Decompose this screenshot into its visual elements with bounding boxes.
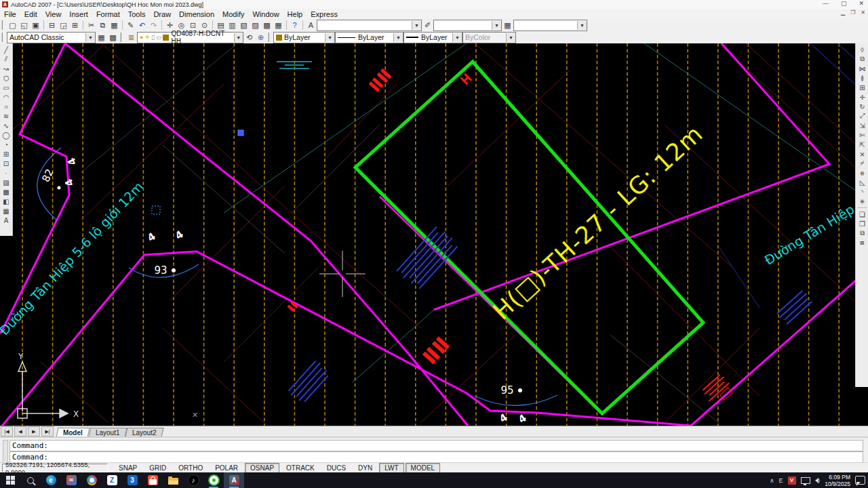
draw-tool-icon[interactable]: ⫽ — [1, 54, 12, 64]
layer-previous-icon[interactable]: ⟲ — [243, 32, 255, 43]
toolbar-icon[interactable]: ▦ — [273, 20, 284, 30]
chevron-down-icon[interactable]: ▼ — [412, 21, 421, 30]
toolbar-icon[interactable]: ↷ — [148, 20, 159, 30]
taskbar-calendar-icon[interactable]: 3 — [122, 472, 142, 488]
chevron-down-icon[interactable]: ▼ — [492, 21, 501, 30]
toolbar-icon[interactable]: ⊟ — [46, 20, 58, 30]
taskbar-tiktok-icon[interactable]: ♪ — [183, 472, 203, 488]
draw-tool-icon[interactable]: ╱ — [1, 45, 12, 54]
modify-tool-icon[interactable]: ◊ — [857, 45, 867, 54]
coordinate-readout[interactable]: 592326.7191, 1205674.5355, 0.0000 — [2, 464, 108, 472]
planning-zone-boundary[interactable] — [355, 62, 703, 413]
tab-nav-button[interactable]: ◀ — [14, 426, 26, 436]
tab-nav-button[interactable]: |◀ — [1, 426, 13, 436]
tray-network-icon[interactable] — [801, 477, 810, 484]
chevron-down-icon[interactable]: ▼ — [393, 33, 403, 42]
toolbar-icon[interactable] — [83, 20, 83, 30]
selection-grip[interactable] — [238, 130, 243, 136]
status-toggle-button[interactable]: SNAP — [113, 463, 142, 473]
modify-tool-icon[interactable]: ⌿ — [857, 159, 867, 168]
draw-tool-icon[interactable]: ▨ — [1, 178, 12, 187]
layer-plot-icon[interactable]: ▭ — [156, 34, 162, 41]
modify-tool-icon[interactable]: ◺ — [857, 178, 867, 187]
menu-item[interactable]: Window — [248, 10, 283, 18]
draw-tool-icon[interactable]: ◧ — [1, 197, 12, 206]
draw-tool-icon[interactable]: ⊡ — [1, 159, 12, 168]
toolbar-icon[interactable]: ▩ — [261, 20, 273, 30]
color-combo[interactable]: ByLayer ▼ — [273, 32, 335, 43]
toolbar-icon[interactable] — [161, 20, 162, 30]
toolbar-icon[interactable]: ✛ — [164, 20, 176, 30]
maximize-button[interactable]: ▢ — [841, 0, 847, 7]
taskbar-zalopc-icon[interactable] — [203, 472, 224, 488]
command-prompt-line[interactable]: Command: — [9, 451, 863, 463]
modify-tool-icon[interactable]: ⨯ — [857, 149, 867, 159]
draw-tool-icon[interactable]: ⬡ — [1, 73, 12, 83]
toolbar-icon[interactable] — [122, 20, 123, 30]
modify-tool-icon[interactable]: ⊞ — [857, 83, 867, 92]
taskbar-autocad-icon[interactable]: A — [224, 472, 244, 488]
mdi-close-button[interactable]: ✕ — [861, 9, 865, 16]
chevron-down-icon[interactable]: ▼ — [325, 33, 334, 42]
angle-82-label[interactable]: 82 — [39, 167, 56, 184]
chevron-down-icon[interactable]: ▼ — [577, 21, 587, 30]
modify-tool-icon[interactable]: ↻ — [857, 102, 867, 111]
linetype-combo[interactable]: ByLayer ▼ — [335, 32, 403, 43]
chevron-down-icon[interactable]: ▼ — [452, 33, 462, 42]
modify-tool-icon[interactable]: ✄ — [857, 130, 867, 140]
draw-tool-icon[interactable]: ▦ — [1, 206, 12, 216]
toolbar-grip[interactable] — [268, 33, 271, 42]
draw-tool-icon[interactable]: ◯ — [1, 130, 12, 140]
status-toggle-button[interactable]: POLAR — [210, 463, 243, 473]
toolbar-icon[interactable] — [286, 20, 287, 30]
taskbar-edge-icon[interactable]: e — [41, 472, 61, 488]
draw-tool-icon[interactable]: ≋ — [1, 111, 12, 121]
toolbar-icon[interactable]: ◎ — [176, 20, 187, 30]
layer-on-icon[interactable]: ● — [140, 34, 143, 41]
modify-tool-icon[interactable]: ✳ — [857, 197, 867, 206]
toolbar-icon[interactable] — [212, 20, 213, 30]
layer-freeze-icon[interactable]: ✳ — [144, 34, 150, 41]
draw-tool-icon[interactable]: ∿ — [1, 121, 12, 130]
menu-item[interactable]: File — [0, 10, 20, 18]
modify-tool-icon[interactable]: ⧉ — [857, 54, 867, 64]
taskbar-clock[interactable]: 6:09 PM 10/9/2025 — [825, 474, 850, 487]
mdi-minimize-button[interactable]: ▁ — [841, 9, 845, 16]
toolbar-icon[interactable]: ✎ — [125, 20, 136, 30]
draw-tool-icon[interactable]: ◠ — [1, 92, 12, 102]
layout-tab[interactable]: Model — [56, 428, 90, 437]
status-toggle-button[interactable]: GRID — [144, 463, 172, 473]
toolbar-icon[interactable]: ▢ — [7, 20, 18, 30]
draw-tool-icon[interactable]: ▩ — [1, 187, 12, 197]
toolbar-grip[interactable] — [120, 33, 123, 42]
my-workspace-icon[interactable]: ▩ — [107, 32, 119, 43]
draw-tool-icon[interactable]: ⊞ — [1, 149, 12, 159]
make-layer-current-icon[interactable]: ⊕ — [255, 32, 267, 43]
toolbar-icon[interactable]: ⧉ — [97, 20, 108, 30]
menu-item[interactable]: Dimension — [175, 10, 218, 18]
modify-tool-icon[interactable]: ✛ — [857, 92, 867, 102]
menu-item[interactable]: Modify — [218, 10, 248, 18]
dim-style-icon[interactable]: ✐ — [422, 20, 433, 30]
draworder-tool-icon[interactable]: ❏ — [857, 209, 867, 219]
action-center-icon[interactable] — [855, 476, 865, 485]
table-style-combo[interactable]: ▼ — [513, 20, 587, 31]
toolbar-icon[interactable]: ▥ — [226, 20, 238, 30]
status-toggle-button[interactable]: DUCS — [321, 463, 351, 473]
layer-properties-icon[interactable]: ≣ — [125, 32, 137, 43]
toolbar-icon[interactable]: ⊙ — [199, 20, 210, 30]
toolbar-icon[interactable]: ⊞ — [69, 20, 81, 30]
taskbar-explorer-icon[interactable] — [163, 472, 183, 488]
tab-nav-button[interactable]: ▶ — [28, 426, 40, 436]
tray-volume-icon[interactable]: ) — [815, 477, 821, 483]
taskbar-mail-icon[interactable]: ✉ — [61, 472, 81, 488]
workspace-settings-icon[interactable]: ▦ — [96, 32, 107, 43]
draworder-tool-icon[interactable]: ❐ — [857, 219, 867, 228]
tray-chevron-icon[interactable]: ∧ — [770, 477, 774, 484]
tray-unikey-icon[interactable]: V — [788, 476, 796, 485]
layer-combo[interactable]: ● ✳ ▯ ▭ QD4087-H-DCNT HH ▼ — [137, 32, 243, 43]
text-style-combo[interactable]: ▼ — [317, 20, 422, 31]
toolbar-grip[interactable] — [1, 33, 5, 42]
layout-tab[interactable]: Layout1 — [88, 428, 127, 437]
toolbar-grip[interactable] — [1, 20, 5, 30]
